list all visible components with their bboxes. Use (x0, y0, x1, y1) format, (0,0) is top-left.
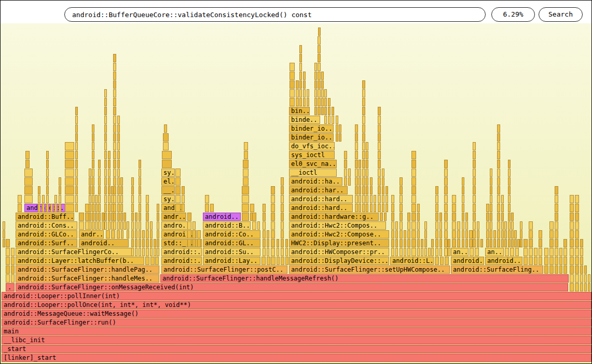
flame-frame[interactable] (24, 177, 33, 186)
flame-frame[interactable] (504, 230, 507, 239)
flame-frame[interactable] (575, 283, 579, 291)
flame-frame[interactable]: sys_ioctl (289, 151, 335, 159)
flame-frame[interactable] (321, 89, 324, 97)
flame-frame[interactable] (242, 186, 249, 194)
flame-frame[interactable] (303, 72, 306, 80)
flame-frame[interactable] (374, 195, 376, 203)
flame-frame[interactable] (324, 89, 327, 97)
flame-frame[interactable] (493, 239, 496, 247)
flame-frame[interactable] (46, 186, 49, 194)
flame-frame[interactable]: binder_io.. (289, 133, 334, 142)
flame-frame[interactable] (511, 221, 514, 230)
flame-frame[interactable] (370, 186, 373, 194)
flame-frame[interactable] (139, 239, 141, 247)
flame-frame[interactable] (290, 63, 295, 71)
flame-frame[interactable] (382, 204, 384, 212)
flame-frame[interactable] (570, 283, 574, 291)
flame-frame[interactable] (391, 221, 394, 230)
flame-frame[interactable] (462, 195, 464, 203)
flame-frame[interactable] (113, 151, 116, 159)
flame-frame[interactable] (465, 221, 468, 230)
flame-frame[interactable] (480, 239, 483, 247)
flame-frame[interactable] (435, 195, 438, 203)
flame-frame[interactable] (336, 133, 338, 142)
flame-frame[interactable] (3, 230, 5, 239)
flame-frame[interactable] (378, 169, 381, 177)
flame-frame[interactable] (92, 177, 94, 186)
flame-frame[interactable] (113, 107, 116, 115)
flame-frame[interactable] (11, 248, 15, 256)
flame-frame[interactable] (267, 230, 269, 239)
flame-frame[interactable] (6, 265, 10, 274)
flame-frame[interactable] (75, 195, 78, 203)
flame-frame[interactable] (580, 248, 583, 256)
flame-frame[interactable] (113, 116, 116, 124)
flame-frame[interactable] (242, 213, 249, 221)
flame-frame[interactable] (400, 248, 403, 256)
flame-frame[interactable] (89, 213, 91, 221)
flame-frame[interactable] (366, 151, 368, 159)
flame-frame[interactable] (497, 195, 500, 203)
flame-frame[interactable] (89, 169, 91, 177)
flame-frame[interactable]: android::DisplayDevice::.. (289, 257, 389, 265)
flame-frame[interactable] (290, 89, 295, 97)
flame-frame[interactable] (296, 98, 299, 106)
flame-frame[interactable] (391, 204, 394, 212)
flame-frame[interactable] (563, 265, 567, 274)
flame-frame[interactable] (524, 257, 528, 265)
flame-frame[interactable] (321, 98, 324, 106)
flame-frame[interactable] (473, 186, 476, 194)
flame-frame[interactable] (384, 213, 387, 221)
flame-frame[interactable] (267, 239, 269, 247)
flame-frame[interactable] (113, 142, 116, 150)
flame-frame[interactable] (355, 186, 358, 194)
flame-frame[interactable] (146, 221, 149, 230)
flame-frame[interactable] (404, 239, 406, 247)
flame-frame[interactable] (563, 257, 567, 265)
flame-frame[interactable] (508, 204, 511, 212)
flame-frame[interactable] (46, 177, 49, 186)
flame-frame[interactable] (142, 248, 145, 256)
flame-frame[interactable] (261, 257, 266, 265)
flame-frame[interactable] (544, 257, 548, 265)
flame-frame[interactable] (187, 239, 191, 247)
flame-frame[interactable] (505, 248, 509, 256)
flame-frame[interactable] (3, 239, 5, 247)
flame-frame[interactable] (439, 239, 442, 247)
flame-frame[interactable] (400, 195, 403, 203)
flame-frame[interactable] (570, 265, 574, 274)
flame-frame[interactable]: android::ha.. (289, 177, 342, 186)
flame-frame[interactable] (378, 124, 381, 133)
flame-frame[interactable] (570, 204, 574, 212)
flame-frame[interactable] (113, 98, 116, 106)
flame-frame[interactable] (539, 239, 542, 247)
flame-frame[interactable] (277, 239, 279, 247)
flame-frame[interactable] (382, 186, 384, 194)
flame-frame[interactable] (117, 230, 120, 239)
flame-frame[interactable] (462, 186, 464, 194)
flame-frame[interactable] (378, 160, 381, 168)
flame-frame[interactable] (146, 230, 149, 239)
flame-frame[interactable] (378, 177, 381, 186)
flame-frame[interactable] (277, 248, 279, 256)
flame-frame[interactable] (559, 248, 562, 256)
flame-frame[interactable] (444, 239, 448, 247)
flame-frame[interactable]: android::Buff.. (16, 213, 74, 221)
flame-frame[interactable] (462, 239, 464, 247)
flame-frame[interactable] (424, 230, 427, 239)
flame-frame[interactable]: el0_svc_na.. (289, 160, 337, 168)
flame-frame[interactable] (473, 169, 476, 177)
flame-frame[interactable] (139, 204, 141, 212)
flame-frame[interactable] (511, 230, 514, 239)
flame-frame[interactable] (244, 142, 248, 150)
flame-frame[interactable] (192, 230, 196, 239)
flame-frame[interactable] (435, 213, 438, 221)
flame-frame[interactable] (584, 274, 587, 283)
flame-frame[interactable] (328, 98, 331, 106)
flame-frame[interactable] (281, 186, 284, 194)
flame-frame[interactable] (534, 248, 538, 256)
flame-frame[interactable]: android::SurfaceFlinger::run() (2, 318, 591, 327)
flame-frame[interactable] (362, 151, 365, 159)
flame-frame[interactable] (539, 257, 542, 265)
flame-frame[interactable] (439, 221, 442, 230)
